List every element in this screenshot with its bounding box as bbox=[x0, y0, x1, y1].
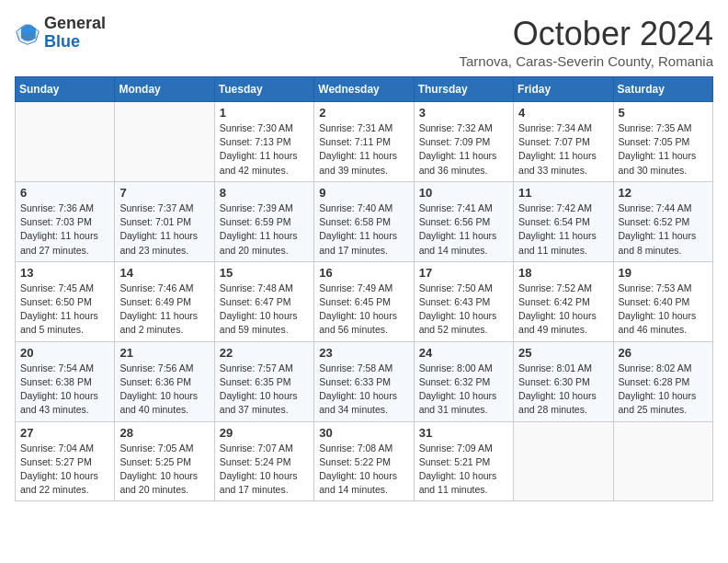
day-info: Sunrise: 7:04 AM Sunset: 5:27 PM Dayligh… bbox=[20, 442, 109, 498]
title-block: October 2024 Tarnova, Caras-Severin Coun… bbox=[459, 15, 713, 69]
day-number: 8 bbox=[220, 186, 309, 200]
day-info: Sunrise: 7:37 AM Sunset: 7:01 PM Dayligh… bbox=[119, 201, 209, 258]
day-info: Sunrise: 7:39 AM Sunset: 6:59 PM Dayligh… bbox=[220, 201, 309, 258]
day-header-friday: Friday bbox=[514, 77, 613, 102]
calendar-cell: 9Sunrise: 7:40 AM Sunset: 6:58 PM Daylig… bbox=[314, 181, 414, 261]
day-info: Sunrise: 7:56 AM Sunset: 6:36 PM Dayligh… bbox=[119, 362, 209, 418]
day-number: 16 bbox=[319, 266, 408, 280]
calendar-cell: 7Sunrise: 7:37 AM Sunset: 7:01 PM Daylig… bbox=[115, 181, 214, 261]
day-number: 23 bbox=[319, 346, 408, 360]
day-number: 12 bbox=[619, 186, 708, 200]
calendar-cell: 20Sunrise: 7:54 AM Sunset: 6:38 PM Dayli… bbox=[16, 341, 115, 421]
day-number: 4 bbox=[518, 106, 608, 120]
calendar-cell: 1Sunrise: 7:30 AM Sunset: 7:13 PM Daylig… bbox=[214, 102, 313, 182]
calendar-table: SundayMondayTuesdayWednesdayThursdayFrid… bbox=[15, 76, 713, 501]
calendar-cell: 2Sunrise: 7:31 AM Sunset: 7:11 PM Daylig… bbox=[314, 102, 414, 182]
day-header-monday: Monday bbox=[115, 77, 214, 102]
day-info: Sunrise: 7:36 AM Sunset: 7:03 PM Dayligh… bbox=[20, 201, 109, 258]
calendar-cell: 31Sunrise: 7:09 AM Sunset: 5:21 PM Dayli… bbox=[414, 421, 513, 501]
day-info: Sunrise: 8:00 AM Sunset: 6:32 PM Dayligh… bbox=[419, 362, 508, 418]
calendar-cell: 6Sunrise: 7:36 AM Sunset: 7:03 PM Daylig… bbox=[16, 181, 115, 261]
day-info: Sunrise: 7:45 AM Sunset: 6:50 PM Dayligh… bbox=[20, 282, 109, 338]
day-number: 22 bbox=[220, 346, 309, 360]
calendar-cell bbox=[115, 102, 214, 182]
day-number: 20 bbox=[20, 346, 109, 360]
calendar-cell: 13Sunrise: 7:45 AM Sunset: 6:50 PM Dayli… bbox=[16, 261, 115, 341]
day-info: Sunrise: 8:01 AM Sunset: 6:30 PM Dayligh… bbox=[518, 362, 608, 418]
calendar-cell: 11Sunrise: 7:42 AM Sunset: 6:54 PM Dayli… bbox=[514, 181, 613, 261]
day-number: 30 bbox=[319, 426, 408, 440]
day-info: Sunrise: 7:49 AM Sunset: 6:45 PM Dayligh… bbox=[319, 282, 408, 338]
calendar-week-2: 6Sunrise: 7:36 AM Sunset: 7:03 PM Daylig… bbox=[16, 181, 713, 261]
day-number: 11 bbox=[518, 186, 608, 200]
calendar-cell: 4Sunrise: 7:34 AM Sunset: 7:07 PM Daylig… bbox=[514, 102, 613, 182]
day-header-thursday: Thursday bbox=[414, 77, 513, 102]
page-header: General Blue October 2024 Tarnova, Caras… bbox=[15, 15, 713, 69]
calendar-cell: 12Sunrise: 7:44 AM Sunset: 6:52 PM Dayli… bbox=[613, 181, 712, 261]
day-info: Sunrise: 7:07 AM Sunset: 5:24 PM Dayligh… bbox=[220, 442, 309, 498]
logo: General Blue bbox=[15, 15, 106, 52]
calendar-cell: 28Sunrise: 7:05 AM Sunset: 5:25 PM Dayli… bbox=[115, 421, 214, 501]
day-number: 2 bbox=[319, 106, 408, 120]
calendar-week-4: 20Sunrise: 7:54 AM Sunset: 6:38 PM Dayli… bbox=[16, 341, 713, 421]
day-number: 6 bbox=[20, 186, 109, 200]
calendar-week-3: 13Sunrise: 7:45 AM Sunset: 6:50 PM Dayli… bbox=[16, 261, 713, 341]
day-info: Sunrise: 7:32 AM Sunset: 7:09 PM Dayligh… bbox=[419, 121, 508, 178]
day-number: 5 bbox=[619, 106, 708, 120]
logo-blue: Blue bbox=[44, 32, 80, 51]
calendar-cell: 5Sunrise: 7:35 AM Sunset: 7:05 PM Daylig… bbox=[613, 102, 712, 182]
calendar-week-5: 27Sunrise: 7:04 AM Sunset: 5:27 PM Dayli… bbox=[16, 421, 713, 501]
day-number: 29 bbox=[220, 426, 309, 440]
calendar-cell: 22Sunrise: 7:57 AM Sunset: 6:35 PM Dayli… bbox=[214, 341, 313, 421]
calendar-cell: 19Sunrise: 7:53 AM Sunset: 6:40 PM Dayli… bbox=[613, 261, 712, 341]
day-number: 17 bbox=[419, 266, 508, 280]
day-info: Sunrise: 7:44 AM Sunset: 6:52 PM Dayligh… bbox=[619, 201, 708, 258]
calendar-cell: 8Sunrise: 7:39 AM Sunset: 6:59 PM Daylig… bbox=[214, 181, 313, 261]
calendar-cell: 30Sunrise: 7:08 AM Sunset: 5:22 PM Dayli… bbox=[314, 421, 414, 501]
day-info: Sunrise: 7:53 AM Sunset: 6:40 PM Dayligh… bbox=[619, 282, 708, 338]
calendar-cell: 26Sunrise: 8:02 AM Sunset: 6:28 PM Dayli… bbox=[613, 341, 712, 421]
day-info: Sunrise: 7:35 AM Sunset: 7:05 PM Dayligh… bbox=[619, 121, 708, 178]
day-info: Sunrise: 7:48 AM Sunset: 6:47 PM Dayligh… bbox=[220, 282, 309, 338]
day-info: Sunrise: 7:54 AM Sunset: 6:38 PM Dayligh… bbox=[20, 362, 109, 418]
logo-general: General bbox=[44, 14, 106, 32]
calendar-cell: 21Sunrise: 7:56 AM Sunset: 6:36 PM Dayli… bbox=[115, 341, 214, 421]
day-info: Sunrise: 7:34 AM Sunset: 7:07 PM Dayligh… bbox=[518, 121, 608, 178]
day-info: Sunrise: 7:50 AM Sunset: 6:43 PM Dayligh… bbox=[419, 282, 508, 338]
day-number: 9 bbox=[319, 186, 408, 200]
day-number: 27 bbox=[20, 426, 109, 440]
calendar-cell: 3Sunrise: 7:32 AM Sunset: 7:09 PM Daylig… bbox=[414, 102, 513, 182]
logo-text: General Blue bbox=[44, 15, 106, 52]
calendar-cell: 10Sunrise: 7:41 AM Sunset: 6:56 PM Dayli… bbox=[414, 181, 513, 261]
day-number: 28 bbox=[119, 426, 209, 440]
month-title: October 2024 bbox=[459, 15, 713, 53]
day-number: 3 bbox=[419, 106, 508, 120]
calendar-week-1: 1Sunrise: 7:30 AM Sunset: 7:13 PM Daylig… bbox=[16, 102, 713, 182]
day-number: 14 bbox=[119, 266, 209, 280]
day-number: 18 bbox=[518, 266, 608, 280]
calendar-cell bbox=[613, 421, 712, 501]
calendar-cell: 25Sunrise: 8:01 AM Sunset: 6:30 PM Dayli… bbox=[514, 341, 613, 421]
calendar-cell: 17Sunrise: 7:50 AM Sunset: 6:43 PM Dayli… bbox=[414, 261, 513, 341]
calendar-cell: 27Sunrise: 7:04 AM Sunset: 5:27 PM Dayli… bbox=[16, 421, 115, 501]
day-header-saturday: Saturday bbox=[613, 77, 712, 102]
day-info: Sunrise: 7:05 AM Sunset: 5:25 PM Dayligh… bbox=[119, 442, 209, 498]
day-info: Sunrise: 7:09 AM Sunset: 5:21 PM Dayligh… bbox=[419, 442, 508, 498]
calendar-header-row: SundayMondayTuesdayWednesdayThursdayFrid… bbox=[16, 77, 713, 102]
calendar-cell: 14Sunrise: 7:46 AM Sunset: 6:49 PM Dayli… bbox=[115, 261, 214, 341]
day-number: 13 bbox=[20, 266, 109, 280]
day-number: 1 bbox=[220, 106, 309, 120]
day-info: Sunrise: 8:02 AM Sunset: 6:28 PM Dayligh… bbox=[619, 362, 708, 418]
day-info: Sunrise: 7:58 AM Sunset: 6:33 PM Dayligh… bbox=[319, 362, 408, 418]
calendar-cell: 23Sunrise: 7:58 AM Sunset: 6:33 PM Dayli… bbox=[314, 341, 414, 421]
day-info: Sunrise: 7:40 AM Sunset: 6:58 PM Dayligh… bbox=[319, 201, 408, 258]
day-number: 15 bbox=[220, 266, 309, 280]
calendar-cell: 24Sunrise: 8:00 AM Sunset: 6:32 PM Dayli… bbox=[414, 341, 513, 421]
day-number: 31 bbox=[419, 426, 508, 440]
calendar-cell bbox=[16, 102, 115, 182]
calendar-cell: 16Sunrise: 7:49 AM Sunset: 6:45 PM Dayli… bbox=[314, 261, 414, 341]
day-info: Sunrise: 7:08 AM Sunset: 5:22 PM Dayligh… bbox=[319, 442, 408, 498]
calendar-cell: 15Sunrise: 7:48 AM Sunset: 6:47 PM Dayli… bbox=[214, 261, 313, 341]
day-number: 26 bbox=[619, 346, 708, 360]
day-number: 10 bbox=[419, 186, 508, 200]
